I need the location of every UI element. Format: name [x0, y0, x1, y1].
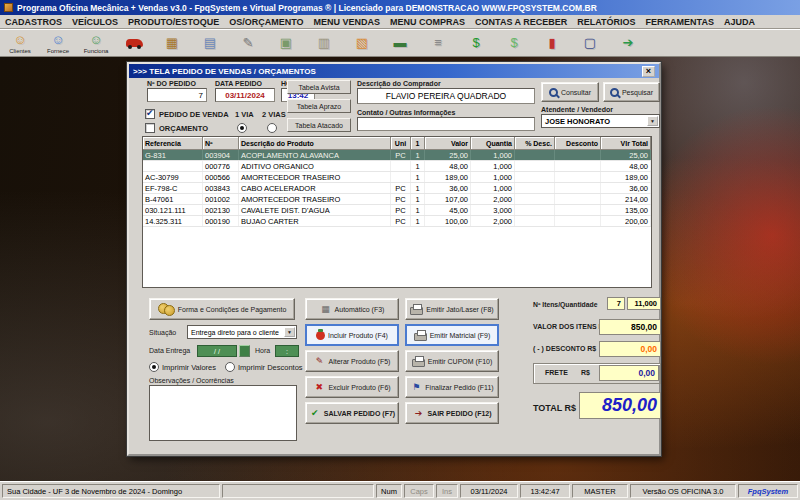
- menu-item-os-or-amento[interactable]: OS/ORÇAMENTO: [224, 15, 308, 28]
- print-coupon-button[interactable]: Emitir CUPOM (F10): [405, 350, 499, 372]
- clients-button[interactable]: ☺Clientes: [2, 30, 38, 56]
- column-header[interactable]: Nº: [203, 137, 239, 150]
- menu-item-ferramentas[interactable]: FERRAMENTAS: [641, 15, 719, 28]
- table-row[interactable]: EF-798-C003843CABO ACELERADORPC136,001,0…: [143, 183, 651, 194]
- service-order-icon: ✎: [243, 36, 254, 50]
- window-titlebar[interactable]: Programa Oficina Mecânica + Vendas v3.0 …: [0, 0, 800, 15]
- table-cell: [555, 216, 601, 226]
- column-header[interactable]: Quantia: [471, 137, 515, 150]
- table-cell: CABO ACELERADOR: [239, 183, 391, 193]
- discount-field[interactable]: 0,00: [599, 341, 661, 357]
- menu-item-menu-compras[interactable]: MENU COMPRAS: [385, 15, 470, 28]
- table-row[interactable]: 000776ADITIVO ORGANICO148,001,00048,00: [143, 161, 651, 172]
- stock-button[interactable]: ▤: [192, 30, 228, 56]
- calendar-icon[interactable]: [239, 345, 250, 357]
- menu-item-ve-culos[interactable]: VEÍCULOS: [67, 15, 123, 28]
- print-values-radio[interactable]: [149, 362, 159, 372]
- consult-button[interactable]: Consultar: [541, 82, 599, 102]
- table-wholesale-button[interactable]: Tabela Atacado: [287, 118, 351, 132]
- order-no-field[interactable]: 7: [147, 88, 207, 102]
- items-count-field: 7: [607, 297, 625, 310]
- column-header[interactable]: Desconto: [555, 137, 601, 150]
- status-brand[interactable]: FpqSystem: [738, 484, 798, 498]
- status-insert: Ins: [436, 484, 458, 498]
- delivery-time-field[interactable]: :: [275, 345, 299, 357]
- column-header[interactable]: Descrição do Produto: [239, 137, 391, 150]
- freight-field[interactable]: 0,00: [599, 365, 659, 381]
- system-button[interactable]: ▢: [572, 30, 608, 56]
- exit-icon: ➔: [623, 36, 634, 50]
- purchases-button[interactable]: ▥: [306, 30, 342, 56]
- column-header[interactable]: Valor: [425, 137, 471, 150]
- table-row[interactable]: 14.325.311000190BUJAO CARTERPC1100,002,0…: [143, 216, 651, 227]
- invoice-button[interactable]: ≡: [420, 30, 456, 56]
- cash-button[interactable]: ▬: [382, 30, 418, 56]
- banknotes-button[interactable]: $: [496, 30, 532, 56]
- table-cell: 25,00: [601, 150, 651, 160]
- notes-textarea[interactable]: [149, 385, 297, 441]
- add-product-button[interactable]: Incluir Produto (F4): [305, 324, 399, 346]
- table-row[interactable]: AC-30799000566AMORTECEDOR TRASEIRO1189,0…: [143, 172, 651, 183]
- sales-cart-button[interactable]: ▣: [268, 30, 304, 56]
- menu-item-relat-rios[interactable]: RELATÓRIOS: [572, 15, 640, 28]
- close-icon[interactable]: ×: [642, 66, 655, 77]
- table-cash-button[interactable]: Tabela Avista: [287, 80, 351, 94]
- clients-icon: ☺: [13, 33, 26, 47]
- buyer-field[interactable]: FLAVIO PEREIRA QUADRADO: [357, 88, 535, 104]
- column-header[interactable]: Referencia: [143, 137, 203, 150]
- suppliers-button[interactable]: ☺Fornece: [40, 30, 76, 56]
- exit-order-button[interactable]: ➔SAIR PEDIDO (F12): [405, 402, 499, 424]
- employees-button[interactable]: ☺Funciona: [78, 30, 114, 56]
- order-window-title: >>> TELA PEDIDO DE VENDAS / ORÇAMENTOS: [133, 67, 316, 76]
- column-header[interactable]: Uni: [391, 137, 411, 150]
- two-copies-radio[interactable]: [267, 123, 277, 133]
- column-header[interactable]: 1: [411, 137, 425, 150]
- delete-product-button[interactable]: ✖Excluir Produto (F6): [305, 376, 399, 398]
- products-button[interactable]: ▦: [154, 30, 190, 56]
- table-cell: PC: [391, 150, 411, 160]
- finance-button[interactable]: $: [458, 30, 494, 56]
- print-matrix-button[interactable]: Emitir Matricial (F9): [405, 324, 499, 346]
- chevron-down-icon[interactable]: ▼: [647, 116, 658, 126]
- exit-button[interactable]: ➔: [610, 30, 646, 56]
- table-term-button[interactable]: Tabela Aprazo: [287, 99, 351, 113]
- delivery-date-field[interactable]: / /: [197, 345, 237, 357]
- table-row[interactable]: B-47061001002AMORTECEDOR TRASEIROPC1107,…: [143, 194, 651, 205]
- vehicles-button[interactable]: [116, 30, 152, 56]
- search-button[interactable]: Pesquisar: [603, 82, 660, 102]
- table-row[interactable]: 030.121.111002130CAVALETE DIST. D'AGUAPC…: [143, 205, 651, 216]
- finish-order-button[interactable]: ⚑Finalizar Pedido (F11): [405, 376, 499, 398]
- quote-checkbox[interactable]: [145, 123, 155, 133]
- sale-checkbox[interactable]: [145, 109, 155, 119]
- table-header: ReferenciaNºDescrição do ProdutoUni1Valo…: [143, 137, 651, 150]
- menu-item-produto-estoque[interactable]: PRODUTO/ESTOQUE: [123, 15, 224, 28]
- menu-item-menu-vendas[interactable]: MENU VENDAS: [309, 15, 386, 28]
- items-table: ReferenciaNºDescrição do ProdutoUni1Valo…: [142, 136, 652, 288]
- table-row[interactable]: G-831003904ACOPLAMENTO ALAVANCAPC125,001…: [143, 150, 651, 161]
- payment-terms-button[interactable]: Forma e Condições de Pagamento: [149, 298, 295, 320]
- print-discounts-radio[interactable]: [225, 362, 235, 372]
- table-cell: 1: [411, 172, 425, 182]
- edit-product-button[interactable]: ✎Alterar Produto (F5): [305, 350, 399, 372]
- order-date-field[interactable]: 03/11/2024: [215, 88, 275, 102]
- column-header[interactable]: % Desc.: [515, 137, 555, 150]
- order-window-titlebar[interactable]: >>> TELA PEDIDO DE VENDAS / ORÇAMENTOS ×: [129, 64, 659, 78]
- service-order-button[interactable]: ✎: [230, 30, 266, 56]
- pencil-icon: ✎: [314, 356, 326, 366]
- column-header[interactable]: Vlr Total: [601, 137, 651, 150]
- table-cell: 1: [411, 205, 425, 215]
- parts-box-button[interactable]: ▧: [344, 30, 380, 56]
- menu-item-contas-a-receber[interactable]: CONTAS A RECEBER: [470, 15, 572, 28]
- auto-button[interactable]: ▦Automático (F3): [305, 298, 399, 320]
- seller-dropdown[interactable]: JOSE HONORATO ▼: [541, 114, 660, 128]
- save-order-button[interactable]: ✔SALVAR PEDIDO (F7): [305, 402, 399, 424]
- chevron-down-icon[interactable]: ▼: [284, 327, 295, 337]
- one-copy-radio[interactable]: [237, 123, 247, 133]
- table-cell: 189,00: [425, 172, 471, 182]
- menu-item-cadastros[interactable]: CADASTROS: [0, 15, 67, 28]
- menu-item-ajuda[interactable]: AJUDA: [719, 15, 760, 28]
- reports-button[interactable]: ▮: [534, 30, 570, 56]
- status-dropdown[interactable]: Entrega direto para o cliente ▼: [187, 325, 297, 339]
- contact-field[interactable]: [357, 117, 535, 131]
- print-laser-button[interactable]: Emitir Jato/Laser (F8): [405, 298, 499, 320]
